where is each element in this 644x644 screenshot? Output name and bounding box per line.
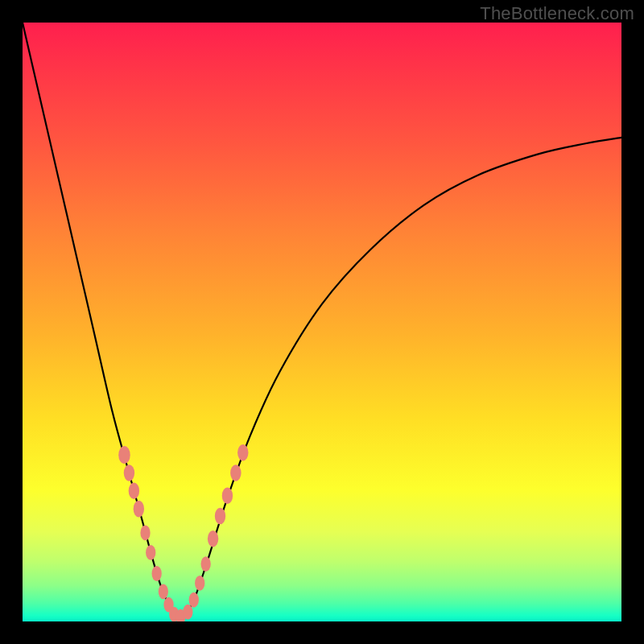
bead — [183, 605, 192, 620]
plot-area — [23, 23, 621, 621]
bead — [140, 525, 150, 540]
bead — [152, 566, 162, 581]
bead — [237, 444, 248, 461]
bead — [230, 464, 241, 481]
bead — [222, 487, 233, 504]
bottleneck-curve — [23, 23, 621, 617]
bead — [118, 446, 130, 464]
bead — [124, 464, 134, 481]
bead — [195, 576, 204, 591]
bead — [146, 545, 155, 560]
bead — [129, 483, 139, 500]
curve-beads — [118, 444, 248, 621]
chart-frame: TheBottleneck.com — [0, 0, 644, 644]
bead — [201, 556, 211, 572]
bead — [134, 501, 144, 518]
bead — [215, 508, 225, 525]
bead — [189, 592, 199, 608]
bead — [208, 530, 218, 547]
chart-svg — [23, 23, 621, 621]
bead — [159, 584, 168, 599]
watermark-text: TheBottleneck.com — [480, 3, 634, 24]
